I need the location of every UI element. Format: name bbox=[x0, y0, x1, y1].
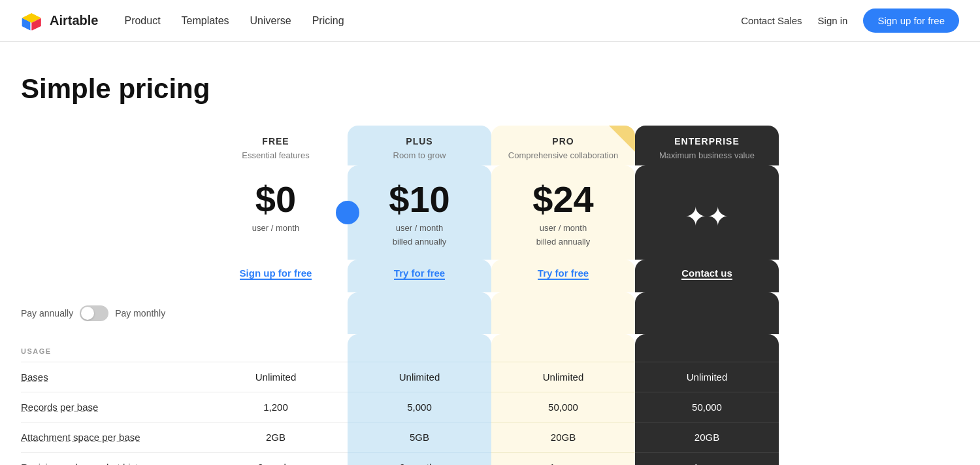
records-plus: 5,000 bbox=[348, 392, 491, 422]
records-feature: Records per base bbox=[21, 392, 204, 422]
free-cta-link[interactable]: Sign up for free bbox=[240, 267, 312, 280]
pro-price-cell: $24 user / month billed annually bbox=[491, 165, 635, 260]
records-enterprise: 50,000 bbox=[635, 392, 779, 422]
pro-cta-link[interactable]: Try for free bbox=[538, 267, 589, 280]
free-price-sub: user / month bbox=[214, 222, 337, 235]
free-price: $0 bbox=[214, 181, 337, 218]
revision-enterprise: 1 year bbox=[635, 452, 779, 465]
records-pro: 50,000 bbox=[491, 392, 635, 422]
plus-price: $10 bbox=[358, 181, 481, 218]
attachment-feature: Attachment space per base bbox=[21, 422, 204, 452]
page-title: Simple pricing bbox=[21, 73, 959, 105]
free-price-cell: $0 user / month bbox=[204, 165, 348, 260]
pay-annually-label: Pay annually bbox=[21, 308, 73, 319]
attachment-free: 2GB bbox=[204, 422, 348, 452]
plus-cta-cell: Try for free bbox=[348, 260, 491, 292]
attachment-pro: 20GB bbox=[491, 422, 635, 452]
bases-free: Unlimited bbox=[204, 362, 348, 392]
pro-column-header: PRO Comprehensive collaboration bbox=[491, 126, 635, 165]
usage-section-label: USAGE bbox=[21, 334, 204, 362]
nav-universe[interactable]: Universe bbox=[250, 15, 291, 27]
logo-text: Airtable bbox=[50, 13, 98, 28]
free-cta-cell: Sign up for free bbox=[204, 260, 348, 292]
bases-enterprise: Unlimited bbox=[635, 362, 779, 392]
pro-price-sub: user / month billed annually bbox=[502, 222, 625, 249]
free-label: FREE bbox=[209, 136, 342, 146]
plus-price-cell: $10 user / month billed annually bbox=[348, 165, 491, 260]
sparkle-icon: ✦✦ bbox=[685, 201, 729, 232]
enterprise-column-header: ENTERPRISE Maximum business value bbox=[635, 126, 779, 165]
nav-product[interactable]: Product bbox=[124, 15, 160, 27]
pro-cta-cell: Try for free bbox=[491, 260, 635, 292]
enterprise-subtitle: Maximum business value bbox=[640, 150, 774, 160]
sign-in[interactable]: Sign in bbox=[818, 15, 848, 26]
plus-price-sub: user / month billed annually bbox=[358, 222, 481, 249]
pay-monthly-label: Pay monthly bbox=[115, 308, 165, 319]
pro-subtitle: Comprehensive collaboration bbox=[497, 150, 630, 160]
free-subtitle: Essential features bbox=[209, 150, 342, 160]
logo[interactable]: Airtable bbox=[21, 9, 98, 33]
enterprise-cta-link[interactable]: Contact us bbox=[681, 267, 732, 280]
revision-plus: 6 months bbox=[348, 452, 491, 465]
free-column-header: FREE Essential features bbox=[204, 126, 348, 165]
enterprise-price-cell: ✦✦ bbox=[635, 165, 779, 260]
signup-button[interactable]: Sign up for free bbox=[863, 9, 959, 33]
bases-feature: Bases bbox=[21, 362, 204, 392]
plus-cta-link[interactable]: Try for free bbox=[394, 267, 445, 280]
plus-column-header: PLUS Room to grow bbox=[348, 126, 491, 165]
toggle-thumb bbox=[81, 307, 94, 320]
billing-toggle-row: Pay annually Pay monthly bbox=[21, 292, 204, 334]
nav-templates[interactable]: Templates bbox=[182, 15, 229, 27]
enterprise-cta-cell: Contact us bbox=[635, 260, 779, 292]
enterprise-label: ENTERPRISE bbox=[640, 136, 774, 146]
contact-sales[interactable]: Contact Sales bbox=[741, 15, 802, 26]
bases-plus: Unlimited bbox=[348, 362, 491, 392]
revision-free: 2 weeks bbox=[204, 452, 348, 465]
attachment-enterprise: 20GB bbox=[635, 422, 779, 452]
pro-price: $24 bbox=[502, 181, 625, 218]
attachment-plus: 5GB bbox=[348, 422, 491, 452]
plus-subtitle: Room to grow bbox=[353, 150, 486, 160]
revision-feature: Revision and snapshot history bbox=[21, 452, 204, 465]
nav-pricing[interactable]: Pricing bbox=[312, 15, 344, 27]
revision-pro: 1 year bbox=[491, 452, 635, 465]
records-free: 1,200 bbox=[204, 392, 348, 422]
plus-label: PLUS bbox=[353, 136, 486, 146]
billing-toggle[interactable] bbox=[80, 305, 108, 321]
bases-pro: Unlimited bbox=[491, 362, 635, 392]
